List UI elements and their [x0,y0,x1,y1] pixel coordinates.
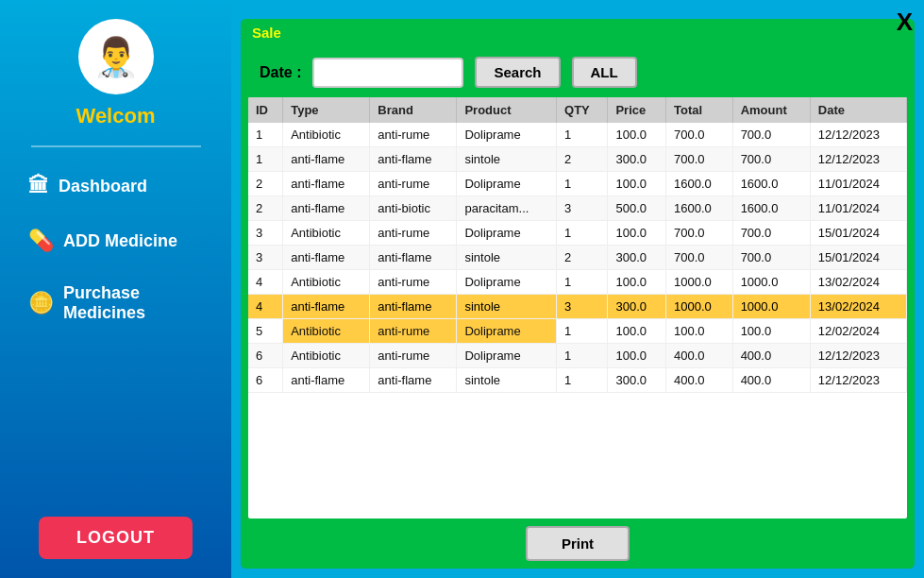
sidebar-item-dashboard[interactable]: 🏛 Dashboard [9,162,222,210]
table-cell: 700.0 [732,246,810,270]
table-row: 4Antibioticanti-rumeDoliprame1100.01000.… [248,270,907,295]
table-cell: 3 [557,295,608,319]
purchase-icon: 🪙 [28,291,54,315]
table-cell: 400.0 [666,368,733,393]
table-cell: 100.0 [608,123,666,147]
table-row: 6Antibioticanti-rumeDoliprame1100.0400.0… [248,344,907,368]
table-cell: 1000.0 [732,295,810,319]
table-cell: 1 [248,147,283,172]
table-row: 5Antibioticanti-rumeDoliprame1100.0100.0… [248,319,907,344]
sidebar-item-purchase-medicines[interactable]: 🪙 Purchase Medicines [9,272,222,334]
table-cell: 6 [248,368,283,393]
medicine-icon: 💊 [28,229,54,253]
table-row: 1Antibioticanti-rumeDoliprame1100.0700.0… [248,123,907,147]
table-cell: 3 [248,246,283,270]
table-cell: anti-rume [370,221,457,246]
table-header-row: ID Type Brand Product QTY Price Total Am… [248,97,907,123]
table-cell: 700.0 [732,123,810,147]
table-cell: sintole [457,295,557,319]
sale-title: Sale [252,25,281,41]
search-button[interactable]: Search [475,57,560,88]
table-cell: 2 [248,172,283,196]
table-cell: 13/02/2024 [810,270,906,295]
table-cell: 1600.0 [732,172,810,196]
table-cell: 300.0 [608,246,666,270]
table-cell: 1000.0 [732,270,810,295]
table-cell: anti-flame [283,172,370,196]
table-cell: Doliprame [457,344,557,368]
table-cell: 300.0 [608,147,666,172]
table-row: 2anti-flameanti-bioticparacitam...3500.0… [248,196,907,221]
table-cell: anti-rume [370,270,457,295]
table-cell: 1 [557,270,608,295]
table-cell: 1 [557,123,608,147]
table-cell: Doliprame [457,123,557,147]
table-cell: 700.0 [666,246,733,270]
table-cell: paracitam... [457,196,557,221]
date-input[interactable] [312,58,463,88]
table-cell: 12/12/2023 [810,344,906,368]
bottom-bar: Print [241,518,915,569]
table-cell: anti-rume [370,344,457,368]
table-cell: sintole [457,368,557,393]
dashboard-icon: 🏛 [28,174,49,198]
sale-panel: Sale Date : Search ALL ID Type Brand Pro… [241,19,915,569]
table-cell: anti-flame [370,368,457,393]
table-cell: 3 [248,221,283,246]
table-cell: 6 [248,344,283,368]
main-content: X Sale Date : Search ALL ID Type Brand P… [231,0,924,578]
sidebar-item-add-medicine[interactable]: 💊 ADD Medicine [9,217,222,264]
col-total: Total [666,97,733,123]
table-row: 6anti-flameanti-flamesintole1300.0400.04… [248,368,907,393]
table-cell: 100.0 [608,172,666,196]
table-cell: 100.0 [608,270,666,295]
table-cell: 12/12/2023 [810,123,906,147]
col-date: Date [810,97,906,123]
table-cell: 700.0 [666,123,733,147]
table-cell: 1 [248,123,283,147]
close-button[interactable]: X [897,8,913,37]
table-cell: 3 [557,196,608,221]
table-cell: 700.0 [732,221,810,246]
logout-button[interactable]: LOGOUT [39,517,193,559]
table-cell: Antibiotic [283,319,370,344]
table-cell: 12/02/2024 [810,319,906,344]
col-brand: Brand [370,97,457,123]
table-cell: 1 [557,368,608,393]
print-button[interactable]: Print [526,526,630,561]
table-container: ID Type Brand Product QTY Price Total Am… [248,97,907,518]
table-cell: sintole [457,246,557,270]
table-cell: anti-flame [283,246,370,270]
col-qty: QTY [557,97,608,123]
col-amount: Amount [732,97,810,123]
table-cell: Antibiotic [283,344,370,368]
search-bar: Date : Search ALL [241,47,915,97]
table-cell: anti-rume [370,172,457,196]
avatar: 👨‍⚕️ [78,19,154,94]
table-cell: 2 [248,196,283,221]
table-cell: sintole [457,147,557,172]
table-cell: anti-flame [370,246,457,270]
table-cell: 100.0 [608,221,666,246]
col-price: Price [608,97,666,123]
table-cell: 1600.0 [732,196,810,221]
table-cell: 300.0 [608,295,666,319]
table-cell: 12/12/2023 [810,147,906,172]
all-button[interactable]: ALL [572,57,637,88]
table-cell: 1 [557,172,608,196]
table-cell: 300.0 [608,368,666,393]
table-row: 2anti-flameanti-rumeDoliprame1100.01600.… [248,172,907,196]
table-cell: anti-flame [283,196,370,221]
table-cell: 400.0 [732,368,810,393]
table-cell: anti-rume [370,123,457,147]
table-cell: 1000.0 [666,295,733,319]
table-cell: Antibiotic [283,221,370,246]
table-cell: 11/01/2024 [810,196,906,221]
table-cell: 1 [557,344,608,368]
table-row: 1anti-flameanti-flamesintole2300.0700.07… [248,147,907,172]
table-cell: anti-flame [370,295,457,319]
table-cell: 100.0 [732,319,810,344]
table-cell: Doliprame [457,319,557,344]
table-cell: 13/02/2024 [810,295,906,319]
table-cell: anti-rume [370,319,457,344]
